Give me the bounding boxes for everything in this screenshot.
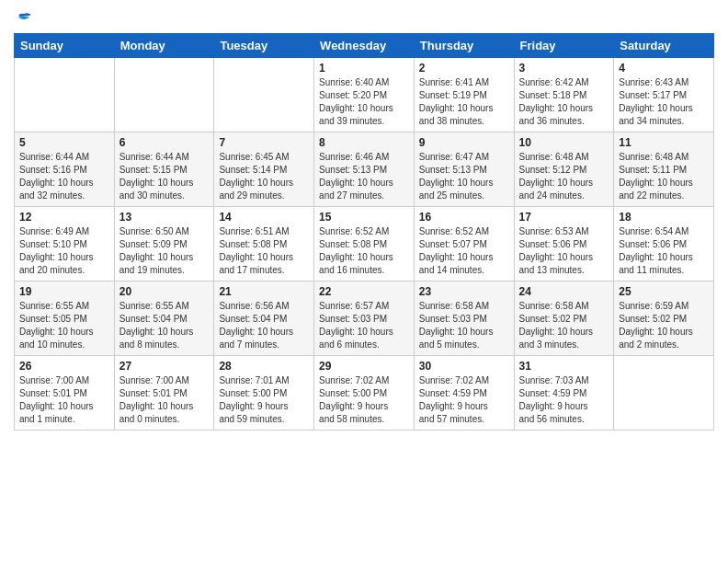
cell-day-number: 22: [319, 285, 409, 298]
page: SundayMondayTuesdayWednesdayThursdayFrid…: [0, 0, 728, 563]
calendar-cell: [114, 58, 214, 132]
cell-day-number: 17: [519, 211, 609, 224]
calendar-cell: 12Sunrise: 6:49 AM Sunset: 5:10 PM Dayli…: [15, 207, 115, 282]
cell-daylight-info: Sunrise: 7:00 AM Sunset: 5:01 PM Dayligh…: [19, 374, 109, 426]
cell-daylight-info: Sunrise: 6:41 AM Sunset: 5:19 PM Dayligh…: [419, 76, 509, 128]
cell-day-number: 16: [419, 211, 509, 224]
calendar-week-row-4: 26Sunrise: 7:00 AM Sunset: 5:01 PM Dayli…: [15, 356, 714, 431]
calendar-cell: 9Sunrise: 6:47 AM Sunset: 5:13 PM Daylig…: [414, 132, 514, 207]
cell-daylight-info: Sunrise: 6:48 AM Sunset: 5:11 PM Dayligh…: [619, 151, 709, 202]
calendar-cell: 18Sunrise: 6:54 AM Sunset: 5:06 PM Dayli…: [614, 207, 714, 282]
cell-daylight-info: Sunrise: 6:45 AM Sunset: 5:14 PM Dayligh…: [219, 151, 309, 202]
cell-day-number: 6: [119, 136, 210, 149]
cell-daylight-info: Sunrise: 6:59 AM Sunset: 5:02 PM Dayligh…: [619, 300, 709, 351]
cell-day-number: 4: [619, 62, 709, 75]
cell-daylight-info: Sunrise: 6:50 AM Sunset: 5:09 PM Dayligh…: [119, 225, 210, 277]
cell-daylight-info: Sunrise: 7:01 AM Sunset: 5:00 PM Dayligh…: [219, 374, 309, 426]
calendar-cell: 19Sunrise: 6:55 AM Sunset: 5:05 PM Dayli…: [15, 282, 115, 356]
cell-day-number: 26: [19, 360, 109, 373]
cell-daylight-info: Sunrise: 6:52 AM Sunset: 5:07 PM Dayligh…: [419, 225, 509, 277]
calendar-cell: 5Sunrise: 6:44 AM Sunset: 5:16 PM Daylig…: [15, 132, 115, 207]
cell-daylight-info: Sunrise: 6:58 AM Sunset: 5:03 PM Dayligh…: [419, 300, 509, 351]
calendar-cell: [15, 58, 115, 132]
cell-day-number: 13: [119, 211, 210, 224]
cell-day-number: 28: [219, 360, 309, 373]
cell-daylight-info: Sunrise: 6:44 AM Sunset: 5:15 PM Dayligh…: [119, 151, 210, 202]
calendar-cell: 6Sunrise: 6:44 AM Sunset: 5:15 PM Daylig…: [114, 132, 214, 207]
calendar-cell: 26Sunrise: 7:00 AM Sunset: 5:01 PM Dayli…: [15, 356, 115, 431]
weekday-header-saturday: Saturday: [614, 34, 714, 58]
logo: [14, 9, 33, 28]
cell-daylight-info: Sunrise: 6:53 AM Sunset: 5:06 PM Dayligh…: [519, 225, 609, 277]
calendar-cell: 15Sunrise: 6:52 AM Sunset: 5:08 PM Dayli…: [314, 207, 415, 282]
cell-day-number: 19: [19, 285, 109, 298]
cell-day-number: 1: [319, 62, 409, 75]
weekday-header-monday: Monday: [114, 34, 214, 58]
calendar-cell: 4Sunrise: 6:43 AM Sunset: 5:17 PM Daylig…: [614, 58, 714, 132]
cell-day-number: 20: [119, 285, 210, 298]
cell-day-number: 25: [619, 285, 709, 298]
calendar-cell: 28Sunrise: 7:01 AM Sunset: 5:00 PM Dayli…: [214, 356, 314, 431]
cell-day-number: 24: [519, 285, 609, 298]
logo-text: [14, 9, 33, 28]
cell-day-number: 5: [19, 136, 109, 149]
calendar-cell: 25Sunrise: 6:59 AM Sunset: 5:02 PM Dayli…: [614, 282, 714, 356]
cell-daylight-info: Sunrise: 6:40 AM Sunset: 5:20 PM Dayligh…: [319, 76, 409, 128]
cell-day-number: 11: [619, 136, 709, 149]
calendar-cell: 2Sunrise: 6:41 AM Sunset: 5:19 PM Daylig…: [414, 58, 514, 132]
weekday-header-sunday: Sunday: [15, 34, 115, 58]
calendar-cell: 16Sunrise: 6:52 AM Sunset: 5:07 PM Dayli…: [414, 207, 514, 282]
cell-daylight-info: Sunrise: 6:58 AM Sunset: 5:02 PM Dayligh…: [519, 300, 609, 351]
cell-daylight-info: Sunrise: 7:02 AM Sunset: 4:59 PM Dayligh…: [419, 374, 509, 426]
calendar: SundayMondayTuesdayWednesdayThursdayFrid…: [14, 33, 714, 431]
calendar-cell: 24Sunrise: 6:58 AM Sunset: 5:02 PM Dayli…: [514, 282, 614, 356]
cell-daylight-info: Sunrise: 7:00 AM Sunset: 5:01 PM Dayligh…: [119, 374, 210, 426]
cell-day-number: 7: [219, 136, 309, 149]
cell-day-number: 8: [319, 136, 409, 149]
calendar-cell: 11Sunrise: 6:48 AM Sunset: 5:11 PM Dayli…: [614, 132, 714, 207]
weekday-header-wednesday: Wednesday: [314, 34, 415, 58]
cell-day-number: 29: [319, 360, 409, 373]
cell-daylight-info: Sunrise: 6:46 AM Sunset: 5:13 PM Dayligh…: [319, 151, 409, 202]
cell-day-number: 27: [119, 360, 210, 373]
cell-daylight-info: Sunrise: 6:42 AM Sunset: 5:18 PM Dayligh…: [519, 76, 609, 128]
cell-daylight-info: Sunrise: 6:48 AM Sunset: 5:12 PM Dayligh…: [519, 151, 609, 202]
cell-daylight-info: Sunrise: 6:43 AM Sunset: 5:17 PM Dayligh…: [619, 76, 709, 128]
calendar-cell: 20Sunrise: 6:55 AM Sunset: 5:04 PM Dayli…: [114, 282, 214, 356]
calendar-cell: 8Sunrise: 6:46 AM Sunset: 5:13 PM Daylig…: [314, 132, 415, 207]
cell-daylight-info: Sunrise: 6:55 AM Sunset: 5:04 PM Dayligh…: [119, 300, 210, 351]
calendar-header-row: SundayMondayTuesdayWednesdayThursdayFrid…: [15, 34, 714, 58]
cell-daylight-info: Sunrise: 6:56 AM Sunset: 5:04 PM Dayligh…: [219, 300, 309, 351]
cell-daylight-info: Sunrise: 6:51 AM Sunset: 5:08 PM Dayligh…: [219, 225, 309, 277]
cell-daylight-info: Sunrise: 7:02 AM Sunset: 5:00 PM Dayligh…: [319, 374, 409, 426]
weekday-header-friday: Friday: [514, 34, 614, 58]
cell-daylight-info: Sunrise: 6:55 AM Sunset: 5:05 PM Dayligh…: [19, 300, 109, 351]
calendar-cell: 1Sunrise: 6:40 AM Sunset: 5:20 PM Daylig…: [314, 58, 415, 132]
calendar-week-row-1: 5Sunrise: 6:44 AM Sunset: 5:16 PM Daylig…: [15, 132, 714, 207]
calendar-cell: 21Sunrise: 6:56 AM Sunset: 5:04 PM Dayli…: [214, 282, 314, 356]
cell-day-number: 12: [19, 211, 109, 224]
calendar-week-row-2: 12Sunrise: 6:49 AM Sunset: 5:10 PM Dayli…: [15, 207, 714, 282]
cell-day-number: 21: [219, 285, 309, 298]
header: [14, 9, 714, 28]
logo-bird-icon: [15, 12, 33, 27]
calendar-cell: [214, 58, 314, 132]
cell-day-number: 15: [319, 211, 409, 224]
calendar-cell: 22Sunrise: 6:57 AM Sunset: 5:03 PM Dayli…: [314, 282, 415, 356]
calendar-cell: 23Sunrise: 6:58 AM Sunset: 5:03 PM Dayli…: [414, 282, 514, 356]
calendar-cell: 30Sunrise: 7:02 AM Sunset: 4:59 PM Dayli…: [414, 356, 514, 431]
calendar-week-row-0: 1Sunrise: 6:40 AM Sunset: 5:20 PM Daylig…: [15, 58, 714, 132]
calendar-cell: 13Sunrise: 6:50 AM Sunset: 5:09 PM Dayli…: [114, 207, 214, 282]
calendar-cell: 3Sunrise: 6:42 AM Sunset: 5:18 PM Daylig…: [514, 58, 614, 132]
cell-day-number: 18: [619, 211, 709, 224]
cell-daylight-info: Sunrise: 6:52 AM Sunset: 5:08 PM Dayligh…: [319, 225, 409, 277]
calendar-cell: 27Sunrise: 7:00 AM Sunset: 5:01 PM Dayli…: [114, 356, 214, 431]
cell-daylight-info: Sunrise: 6:47 AM Sunset: 5:13 PM Dayligh…: [419, 151, 509, 202]
calendar-cell: 17Sunrise: 6:53 AM Sunset: 5:06 PM Dayli…: [514, 207, 614, 282]
cell-day-number: 30: [419, 360, 509, 373]
weekday-header-tuesday: Tuesday: [214, 34, 314, 58]
calendar-cell: 29Sunrise: 7:02 AM Sunset: 5:00 PM Dayli…: [314, 356, 415, 431]
cell-daylight-info: Sunrise: 6:44 AM Sunset: 5:16 PM Dayligh…: [19, 151, 109, 202]
cell-day-number: 2: [419, 62, 509, 75]
cell-daylight-info: Sunrise: 7:03 AM Sunset: 4:59 PM Dayligh…: [519, 374, 609, 426]
